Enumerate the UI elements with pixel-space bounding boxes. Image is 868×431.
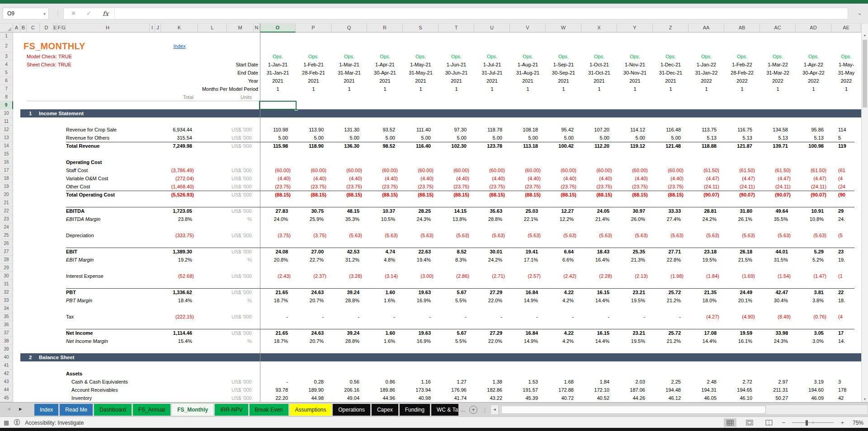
row-header-15[interactable]: 15 [0, 150, 13, 158]
column-header-AC[interactable]: AC [760, 23, 796, 33]
cell-value[interactable]: 19. [831, 256, 861, 264]
cell-value[interactable]: 30.01 [474, 248, 510, 256]
period-end-cell[interactable]: 31-May-21 [403, 69, 439, 77]
cell-value[interactable]: 24. [831, 215, 861, 223]
units-value[interactable]: US$ '000 [198, 166, 252, 174]
cell-value[interactable]: 10.91 [796, 207, 831, 215]
units-value[interactable]: US$ '000 [198, 207, 252, 215]
period-start-cell[interactable]: 1-Mar-21 [331, 61, 367, 69]
cell-value[interactable]: 21.65 [260, 329, 296, 337]
cell-value[interactable]: (5.63) [796, 231, 831, 239]
cell-value[interactable]: 30.4% [760, 296, 796, 305]
sheet-tab-break-even[interactable]: Break Even [250, 404, 288, 416]
cell-value[interactable]: 24.3% [403, 215, 439, 223]
cell-value[interactable]: 27.71 [653, 248, 689, 256]
fill-handle[interactable] [295, 108, 297, 111]
cell-value[interactable]: 40.52 [581, 394, 617, 402]
cell-value[interactable]: 19.41 [510, 248, 546, 256]
period-year-cell[interactable]: 2021 [474, 77, 510, 85]
row-header-8[interactable]: 8 [0, 93, 13, 101]
cancel-icon[interactable]: ✕ [71, 8, 76, 19]
cell-value[interactable]: 19.63 [403, 288, 439, 296]
zoom-level[interactable]: 75% [851, 420, 863, 426]
cell-value[interactable]: 44.96 [367, 394, 403, 402]
units-value[interactable]: % [198, 296, 252, 305]
column-header-K[interactable]: K [161, 23, 198, 33]
cell-value[interactable]: 16.9% [403, 296, 439, 305]
cell-value[interactable]: 0.56 [331, 378, 367, 386]
cell-value[interactable]: 112.20 [581, 142, 617, 150]
cell-value[interactable]: 24.63 [296, 288, 331, 296]
cell-value[interactable]: 43.22 [474, 394, 510, 402]
cell-value[interactable]: 12.2% [546, 215, 581, 223]
row-header-18[interactable]: 18 [0, 174, 13, 183]
section-banner[interactable]: 2Balance Sheet [20, 353, 861, 361]
cell-value[interactable]: 5.00 [296, 134, 331, 142]
period-months-cell[interactable]: 1 [403, 85, 439, 93]
period-end-cell[interactable]: 31-Jan-21 [260, 69, 296, 77]
cell-value[interactable]: (90.07) [796, 191, 831, 199]
cell-value[interactable]: (4.47) [796, 174, 831, 183]
cell-value[interactable]: (24.11) [796, 183, 831, 191]
row-label[interactable]: Cash & Cash Equivalents [71, 378, 171, 386]
cell-value[interactable]: 24.05 [581, 207, 617, 215]
cell-value[interactable]: (23.75) [260, 183, 296, 191]
period-year-cell[interactable]: 2021 [403, 77, 439, 85]
row-header-22[interactable]: 22 [0, 207, 13, 215]
cell-value[interactable]: 2.97 [760, 378, 796, 386]
period-start-cell[interactable]: 1-Jun-21 [439, 61, 474, 69]
units-value[interactable]: US$ '000 [198, 134, 252, 142]
cell-value[interactable]: 24.2% [689, 215, 724, 223]
cell-value[interactable]: 4.2% [546, 337, 581, 345]
units-value[interactable]: US$ '000 [198, 248, 252, 256]
cell-value[interactable]: (3.14) [367, 272, 403, 280]
sheet-tab-funding[interactable]: Funding [400, 404, 430, 416]
cell-value[interactable]: 24.0% [260, 215, 296, 223]
cell-value[interactable]: 5.67 [439, 329, 474, 337]
cell-value[interactable]: 16.84 [510, 288, 546, 296]
total-value[interactable]: (5,526.93) [161, 191, 195, 199]
cell-value[interactable]: - [581, 313, 617, 321]
period-type-cell[interactable]: Ops. [296, 52, 331, 61]
row-label[interactable]: Inventory [71, 394, 171, 402]
cell-value[interactable]: 23 [831, 248, 861, 256]
period-year-cell[interactable]: 2021 [581, 77, 617, 85]
period-end-cell[interactable]: 30-Nov-21 [617, 69, 653, 77]
scroll-down-icon[interactable]: ▼ [862, 398, 868, 401]
period-year-cell[interactable]: 2021 [296, 77, 331, 85]
cell-value[interactable]: 194.31 [689, 386, 724, 394]
cell-value[interactable]: 5.13 [760, 134, 796, 142]
cell-value[interactable]: 1.27 [439, 378, 474, 386]
cell-value[interactable]: (4.40) [331, 174, 367, 183]
cell-value[interactable]: 113.90 [296, 126, 331, 134]
units-value[interactable]: US$ '000 [198, 183, 252, 191]
tab-scroll-left-icon[interactable]: ◄ [6, 406, 11, 412]
cell-value[interactable]: 31.2% [331, 256, 367, 264]
cell-value[interactable]: 5.13 [796, 134, 831, 142]
zoom-in-button[interactable]: + [840, 419, 844, 426]
period-start-cell[interactable]: 1-Apr-22 [796, 61, 831, 69]
cell-value[interactable]: 182.86 [474, 386, 510, 394]
cell-value[interactable]: 116.48 [653, 126, 689, 134]
units-value[interactable]: US$ '000 [198, 142, 252, 150]
cell-value[interactable]: 33.33 [653, 207, 689, 215]
period-type-cell[interactable]: Ops. [331, 52, 367, 61]
units-value[interactable]: % [198, 256, 252, 264]
sheet-tab-irr-npv[interactable]: IRR-NPV [215, 404, 248, 416]
cell-value[interactable]: 27.29 [474, 329, 510, 337]
cell-value[interactable]: 1.60 [367, 329, 403, 337]
total-value[interactable]: (1,468.40) [161, 183, 195, 191]
cell-value[interactable]: (0.76) [796, 313, 831, 321]
units-value[interactable]: US$ '000 [198, 329, 252, 337]
row-header-14[interactable]: 14 [0, 142, 13, 150]
units-value[interactable]: US$ '000 [198, 386, 252, 394]
row-header-36[interactable]: 36 [0, 321, 13, 329]
period-type-cell[interactable]: Ops. [403, 52, 439, 61]
cell-value[interactable]: 14. [831, 337, 861, 345]
cell-value[interactable]: 206.16 [331, 386, 367, 394]
period-start-cell[interactable]: 1-Jul-21 [474, 61, 510, 69]
cell-value[interactable]: (4.40) [653, 174, 689, 183]
row-header-2[interactable]: 2 [0, 40, 13, 52]
row-header-21[interactable]: 21 [0, 199, 13, 207]
row-header-44[interactable]: 44 [0, 386, 13, 394]
